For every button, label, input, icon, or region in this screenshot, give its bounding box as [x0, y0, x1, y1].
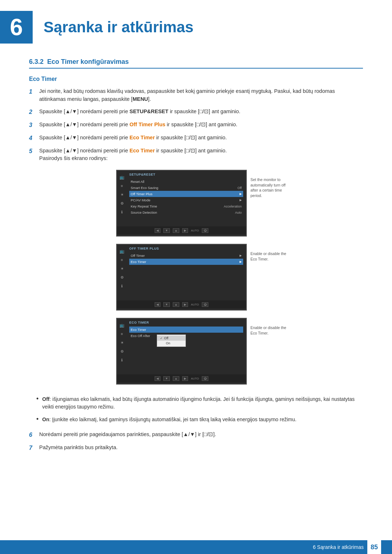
tv-icon-3: 📺 [119, 322, 125, 328]
nav-left-2: ◀ [155, 302, 160, 307]
footer-text: 6 Sąranka ir atkūrimas [313, 544, 364, 550]
brightness-icon: ☀ [119, 192, 125, 197]
subsection-heading: Eco Timer [29, 76, 363, 82]
menu-item-off-timer-plus: Off Timer Plus ▶ [129, 191, 243, 197]
step-6: 6 Norėdami pereiti prie pageidaujamos pa… [29, 431, 363, 439]
step-2: 2 Spauskite [▲/▼] norėdami pereiti prie … [29, 108, 363, 116]
auto-label-1: AUTO [191, 229, 199, 232]
brightness-icon-2: ☀ [119, 266, 125, 271]
tv-icon-2: 📺 [119, 248, 125, 254]
bullet-on: • On: Įjunkite eko laikmatį, kad gaminys… [36, 416, 363, 423]
menu-item-key-repeat: Key Repeat Time Acceleration [129, 203, 243, 209]
nav-left-1: ◀ [155, 228, 160, 233]
monitor-content-2: Off Timer Plus Off Timer ▶ Eco Timer ▶ [127, 245, 246, 299]
monitor-2: 📺 ≡ ☀ ⚙ ℹ Off Timer Plus Off Timer ▶ Eco… [116, 244, 247, 311]
bullet-list: • Off: išjungiamas eko laikmatis, kad bū… [36, 395, 363, 423]
menu-title-1: SETUP&RESET [129, 173, 243, 176]
dropdown-overlay: ✓ Off On [157, 335, 186, 347]
steps-list: 1 Jei norite, kad būtų rodomas klavišų v… [29, 87, 363, 163]
step-5: 5 Spauskite [▲/▼] norėdami pereiti prie … [29, 147, 363, 163]
nav-up-2: ▲ [173, 302, 179, 307]
menu-icon-2: ≡ [119, 257, 125, 263]
nav-up-1: ▲ [173, 228, 179, 233]
power-btn-3: ⏻ [202, 376, 208, 381]
monitor-bottom-bar-3: ◀ ▼ ▲ ▶ AUTO ⏻ [117, 374, 246, 382]
menu-icon: ≡ [119, 183, 125, 189]
menu-item-off-timer: Off Timer ▶ [129, 253, 243, 259]
menu-item-eco-timer-3: Eco Timer [129, 327, 243, 333]
page-footer: 6 Sąranka ir atkūrimas 85 [0, 540, 392, 554]
content-area: 6.3.2 Eco Timer konfigūravimas Eco Timer… [0, 58, 392, 487]
monitor-note-3: Enable or disable the Eco Timer. [250, 318, 290, 336]
info-icon-2: ℹ [119, 283, 125, 289]
monitor-content-3: Eco Timer Eco Timer Eco Off After ✓ Off [127, 319, 246, 373]
auto-label-3: AUTO [191, 377, 199, 380]
chapter-number: 6 [10, 16, 23, 39]
dropdown-item-off: ✓ Off [157, 336, 185, 341]
auto-label-2: AUTO [191, 303, 199, 306]
screen-3: 📺 ≡ ☀ ⚙ ℹ Eco Timer Eco Timer Eco Off Af… [116, 318, 290, 385]
gear-icon-3: ⚙ [119, 348, 125, 354]
steps-list-bottom: 6 Norėdami pereiti prie pageidaujamos pa… [29, 431, 363, 452]
menu-title-3: Eco Timer [129, 321, 243, 324]
monitor-icons-left-2: 📺 ≡ ☀ ⚙ ℹ [117, 245, 127, 300]
nav-right-2: ▶ [182, 302, 188, 307]
screen-2: 📺 ≡ ☀ ⚙ ℹ Off Timer Plus Off Timer ▶ Eco… [116, 244, 290, 311]
monitor-note-2: Enable or disable the Eco Timer. [250, 244, 290, 262]
screen-1: 📺 ≡ ☀ ⚙ ℹ SETUP&RESET Reset All Smart Ec… [116, 170, 290, 237]
gear-icon: ⚙ [119, 200, 125, 206]
gear-icon-2: ⚙ [119, 274, 125, 280]
info-icon-3: ℹ [119, 357, 125, 363]
page-header: 6 Sąranka ir atkūrimas [0, 0, 392, 51]
tv-icon: 📺 [119, 174, 125, 180]
power-btn-1: ⏻ [202, 228, 208, 233]
nav-up-3: ▲ [173, 376, 179, 381]
nav-left-3: ◀ [155, 376, 160, 381]
chapter-title: Sąranka ir atkūrimas [44, 19, 193, 36]
monitor-bottom-bar-2: ◀ ▼ ▲ ▶ AUTO ⏻ [117, 300, 246, 308]
chapter-number-box: 6 [0, 11, 33, 44]
section-heading: 6.3.2 Eco Timer konfigūravimas [29, 58, 363, 69]
monitor-note-1: Set the monitor to automatically turn of… [250, 170, 290, 198]
monitor-bottom-bar-1: ◀ ▼ ▲ ▶ AUTO ⏻ [117, 226, 246, 234]
dropdown-item-on: On [157, 341, 185, 346]
menu-icon-3: ≡ [119, 331, 125, 337]
menu-item-pcav-mode: PC/AV Mode ▶ [129, 197, 243, 203]
menu-item-smart-eco: Smart Eco Saving Off [129, 185, 243, 191]
menu-item-eco-timer: Eco Timer ▶ [129, 259, 243, 265]
brightness-icon-3: ☀ [119, 340, 125, 345]
menu-item-eco-off-after: Eco Off After [129, 333, 243, 339]
info-icon: ℹ [119, 209, 125, 215]
nav-right-1: ▶ [182, 228, 188, 233]
screens-container: 📺 ≡ ☀ ⚙ ℹ SETUP&RESET Reset All Smart Ec… [44, 170, 363, 385]
monitor-icons-left-1: 📺 ≡ ☀ ⚙ ℹ [117, 171, 127, 226]
menu-item-source-detection: Source Detection Auto [129, 209, 243, 216]
nav-right-3: ▶ [182, 376, 188, 381]
page-number: 85 [367, 540, 381, 554]
step-1: 1 Jei norite, kad būtų rodomas klavišų v… [29, 87, 363, 103]
menu-item-reset-all: Reset All [129, 178, 243, 185]
monitor-icons-left-3: 📺 ≡ ☀ ⚙ ℹ [117, 319, 127, 374]
menu-title-2: Off Timer Plus [129, 247, 243, 250]
bullet-off: • Off: išjungiamas eko laikmatis, kad bū… [36, 395, 363, 411]
nav-down-2: ▼ [163, 302, 170, 307]
monitor-3: 📺 ≡ ☀ ⚙ ℹ Eco Timer Eco Timer Eco Off Af… [116, 318, 247, 385]
step-7: 7 Pažymėta parinktis bus pritaikyta. [29, 444, 363, 452]
monitor-content-1: SETUP&RESET Reset All Smart Eco Saving O… [127, 171, 246, 225]
step-3: 3 Spauskite [▲/▼] norėdami pereiti prie … [29, 121, 363, 130]
monitor-1: 📺 ≡ ☀ ⚙ ℹ SETUP&RESET Reset All Smart Ec… [116, 170, 247, 237]
step-4: 4 Spauskite [▲/▼] norėdami pereiti prie … [29, 134, 363, 143]
nav-down-3: ▼ [163, 376, 170, 381]
power-btn-2: ⏻ [202, 302, 208, 307]
nav-down-1: ▼ [163, 228, 170, 233]
